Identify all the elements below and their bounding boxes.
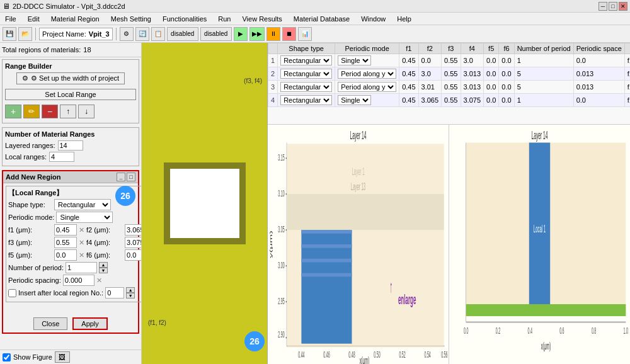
delete-icon-btn[interactable]: − bbox=[42, 105, 58, 118]
menu-material-database[interactable]: Material Database bbox=[291, 14, 352, 23]
set-local-range-btn[interactable]: Set Local Range bbox=[5, 89, 136, 100]
apply-btn[interactable]: Apply bbox=[72, 317, 108, 330]
add-region-min-btn[interactable]: □ bbox=[127, 173, 135, 181]
num-period-spin[interactable]: ▲ ▼ bbox=[99, 262, 108, 273]
add-region-close-btn[interactable]: _ bbox=[117, 173, 125, 181]
f2-input[interactable] bbox=[125, 224, 142, 236]
menu-edit[interactable]: Edit bbox=[25, 14, 42, 23]
f5-cell: 0.0 bbox=[484, 94, 499, 107]
toolbar-icon-btn-3[interactable]: 📋 bbox=[151, 27, 165, 41]
toolbar-icon-btn-2[interactable]: 🔄 bbox=[135, 27, 149, 41]
insert-spin[interactable]: ▲ ▼ bbox=[126, 287, 135, 299]
geom-def-cell: f1 = x-left, f2 = y-bottom, f3 = x-right… bbox=[624, 54, 630, 67]
svg-text:x(μm): x(μm) bbox=[360, 354, 369, 364]
f1-input[interactable] bbox=[54, 224, 77, 236]
menu-view-results[interactable]: View Results bbox=[239, 14, 284, 23]
minimize-btn[interactable]: ─ bbox=[598, 2, 607, 11]
spin-down[interactable]: ▼ bbox=[99, 268, 108, 273]
shape-type-cell[interactable]: Rectangular bbox=[278, 81, 335, 94]
open-btn[interactable]: 📂 bbox=[18, 27, 32, 41]
periodic-mode-cell[interactable]: Single bbox=[335, 94, 399, 107]
shape-type-cell[interactable]: Rectangular bbox=[278, 94, 335, 107]
f4-input[interactable] bbox=[125, 237, 142, 248]
f6-input[interactable] bbox=[125, 249, 142, 261]
insert-spin-up[interactable]: ▲ bbox=[126, 287, 135, 293]
show-figure-checkbox[interactable] bbox=[3, 353, 11, 361]
spin-up[interactable]: ▲ bbox=[99, 262, 108, 268]
shape-type-cell[interactable]: Rectangular bbox=[278, 67, 335, 81]
edit-icon-btn[interactable]: ✏ bbox=[23, 105, 40, 118]
menu-functionalities[interactable]: Functionalities bbox=[160, 14, 209, 23]
stop-btn[interactable]: ⏹ bbox=[282, 27, 296, 41]
pause-btn[interactable]: ⏸ bbox=[266, 27, 280, 41]
periodic-mode-cell[interactable]: Single bbox=[335, 54, 399, 67]
insert-spin-down[interactable]: ▼ bbox=[126, 293, 135, 299]
local-ranges-input[interactable] bbox=[49, 152, 74, 162]
svg-rect-29 bbox=[287, 194, 444, 230]
layered-ranges-label: Layered ranges: bbox=[5, 142, 55, 149]
col-num bbox=[268, 43, 278, 54]
figure-icon-btn[interactable]: 🖼 bbox=[55, 351, 70, 363]
title-bar-text: 2D-DDCC Simulator - Vpit_3.ddcc2d bbox=[13, 3, 598, 10]
top-chart-container: Layer 14 Layer 13 Layer 1 3.15 3.10 3.05 bbox=[268, 125, 449, 364]
svg-text:0.4: 0.4 bbox=[527, 326, 532, 336]
menu-material-region[interactable]: Material Region bbox=[49, 14, 102, 23]
play2-btn[interactable]: ▶▶ bbox=[249, 27, 265, 41]
num-period-input[interactable] bbox=[66, 262, 97, 273]
f5-input[interactable] bbox=[54, 249, 77, 261]
periodic-mode-select-3[interactable]: Single bbox=[338, 95, 371, 105]
insert-after-checkbox[interactable] bbox=[8, 289, 16, 297]
maximize-btn[interactable]: □ bbox=[609, 2, 617, 11]
shape-rect bbox=[164, 162, 246, 244]
toolbar-icon-btn-1[interactable]: ⚙ bbox=[120, 27, 134, 41]
set-up-width-btn[interactable]: ⚙ ⚙ Set up the width of project bbox=[16, 72, 125, 84]
save-btn[interactable]: 💾 bbox=[3, 27, 16, 41]
clear-f1[interactable]: ✕ bbox=[79, 226, 84, 234]
shape-type-select-0[interactable]: Rectangular bbox=[280, 55, 332, 65]
close-btn[interactable]: ✕ bbox=[619, 2, 627, 11]
svg-text:0.54: 0.54 bbox=[424, 350, 430, 360]
close-btn-action[interactable]: Close bbox=[33, 317, 67, 330]
status-btn-1[interactable]: disabled bbox=[167, 27, 198, 41]
menu-window[interactable]: Window bbox=[358, 14, 388, 23]
shape-type-cell[interactable]: Rectangular bbox=[278, 54, 335, 67]
svg-text:↑: ↑ bbox=[390, 277, 393, 295]
periodic-mode-cell[interactable]: Period along y bbox=[335, 81, 399, 94]
clear-f5[interactable]: ✕ bbox=[79, 251, 84, 259]
total-regions-val: 18 bbox=[83, 46, 91, 54]
periodic-mode-select-0[interactable]: Single bbox=[338, 55, 371, 65]
periodic-mode-cell[interactable]: Period along y bbox=[335, 67, 399, 81]
f6-label: f6 (μm): bbox=[86, 251, 123, 259]
shape-type-select[interactable]: Rectangular bbox=[54, 199, 111, 210]
clear-spacing[interactable]: ✕ bbox=[96, 276, 102, 285]
clear-f3[interactable]: ✕ bbox=[79, 239, 84, 247]
insert-after-input[interactable] bbox=[105, 287, 124, 299]
f3-input[interactable] bbox=[54, 237, 77, 248]
chart-btn[interactable]: 📊 bbox=[298, 27, 312, 41]
project-label: Project Name: bbox=[42, 30, 86, 38]
menu-help[interactable]: Help bbox=[394, 14, 414, 23]
menu-mesh-setting[interactable]: Mesh Setting bbox=[108, 14, 154, 23]
table-row: 1 Rectangular Single 0.45 0.0 0.55 3.0 0… bbox=[268, 54, 631, 67]
f2-label: f2 (μm): bbox=[86, 226, 123, 234]
layered-ranges-input[interactable] bbox=[58, 140, 83, 151]
arrow-down-icon-btn[interactable]: ↓ bbox=[78, 105, 94, 118]
add-icon-btn[interactable]: + bbox=[5, 105, 21, 118]
menu-run[interactable]: Run bbox=[215, 14, 233, 23]
shape-type-select-1[interactable]: Rectangular bbox=[280, 69, 332, 79]
periodic-mode-select-1[interactable]: Period along y bbox=[338, 69, 396, 79]
arrow-icon-btn[interactable]: ↑ bbox=[60, 105, 76, 118]
svg-text:1.0: 1.0 bbox=[624, 326, 628, 336]
shape-type-select-2[interactable]: Rectangular bbox=[280, 82, 332, 92]
periodic-mode-select[interactable]: Single bbox=[56, 212, 113, 223]
num-ranges-box: Number of Material Ranges Layered ranges… bbox=[2, 127, 139, 166]
svg-rect-33 bbox=[301, 273, 352, 277]
periodic-spacing-input[interactable] bbox=[63, 275, 94, 286]
menu-file[interactable]: File bbox=[3, 14, 19, 23]
play-btn[interactable]: ▶ bbox=[234, 27, 248, 41]
col-periodic-mode: Periodic mode bbox=[335, 43, 399, 54]
status-btn-2[interactable]: disabled bbox=[200, 27, 232, 41]
periodic-mode-select-2[interactable]: Period along y bbox=[338, 82, 396, 92]
shape-type-select-3[interactable]: Rectangular bbox=[280, 95, 332, 105]
right-panel: Shape type Periodic mode f1 f2 f3 f4 f5 … bbox=[268, 43, 630, 364]
